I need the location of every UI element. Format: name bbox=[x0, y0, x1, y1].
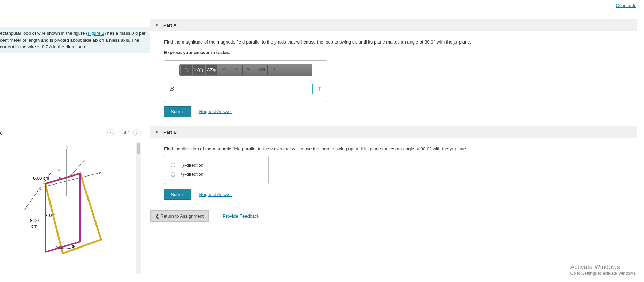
part-b-label: Part B bbox=[163, 130, 177, 135]
part-a-answer-input[interactable] bbox=[183, 84, 313, 94]
scrollbar-thumb[interactable] bbox=[137, 143, 140, 154]
part-a-submit-button[interactable]: Submit bbox=[164, 106, 191, 117]
figure-area: y x z a b 6.00 cm 8.00 cm 30.0° bbox=[0, 139, 141, 280]
watermark-line2: Go to Settings to activate Windows. bbox=[570, 271, 636, 276]
angle-30-label: 30.0° bbox=[45, 213, 55, 218]
radio-pos-y[interactable] bbox=[171, 172, 175, 177]
figure-1-link[interactable]: Figure 1 bbox=[87, 31, 104, 36]
option-neg-y-label: −y-direction bbox=[180, 163, 204, 168]
bottom-nav: ❮Return to Assignment Provide Feedback bbox=[150, 210, 637, 222]
part-b-header[interactable]: ▼ Part B bbox=[150, 126, 637, 138]
equation-toolbar: ▢ ᵡ√▢ ΑΣφ ↶ ↷ ↻ ⌨ ? bbox=[179, 64, 312, 76]
part-a-express: Express your answer in teslas. bbox=[164, 49, 623, 56]
vertex-b-label: b bbox=[39, 187, 42, 193]
greek-button[interactable]: ΑΣφ bbox=[206, 65, 217, 75]
svg-line-0 bbox=[42, 173, 98, 187]
windows-activation-watermark: Activate Windows Go to Settings to activ… bbox=[570, 264, 636, 276]
side-ab-label: ab bbox=[92, 38, 98, 43]
axis-y-label: y bbox=[66, 144, 68, 149]
axis-z-label: z bbox=[26, 204, 28, 209]
part-b-body: Find the direction of the magnetic field… bbox=[150, 138, 637, 201]
equation-lhs: B = bbox=[170, 85, 179, 92]
help-button[interactable]: ? bbox=[268, 65, 280, 75]
part-a-label: Part A bbox=[163, 23, 177, 28]
part-b-question: Find the direction of the magnetic field… bbox=[164, 144, 623, 153]
option-neg-y[interactable]: −y-direction bbox=[171, 161, 262, 170]
option-pos-y-label: +y-direction bbox=[180, 172, 204, 177]
figure-svg: y x z a b 6.00 cm 8.00 cm 30.0° bbox=[0, 139, 136, 271]
dim-8cm-label: 8.00 bbox=[30, 218, 39, 223]
collapse-icon: ▼ bbox=[155, 130, 159, 134]
part-b-submit-button[interactable]: Submit bbox=[164, 189, 191, 200]
figure-scrollbar[interactable] bbox=[136, 142, 141, 274]
figure-next-button[interactable]: > bbox=[133, 129, 141, 136]
part-b-request-answer-link[interactable]: Request Answer bbox=[199, 192, 232, 197]
vertex-a-label: a bbox=[58, 166, 61, 172]
template-button[interactable]: ▢ bbox=[181, 65, 192, 75]
redo-button[interactable]: ↷ bbox=[231, 65, 243, 75]
provide-feedback-link[interactable]: Provide Feedback bbox=[223, 213, 259, 219]
figure-pager: < 1 of 1 > bbox=[107, 129, 141, 136]
return-label: Return to Assignment bbox=[160, 213, 204, 219]
option-pos-y[interactable]: +y-direction bbox=[171, 170, 262, 179]
figure-page-text: 1 of 1 bbox=[118, 130, 130, 135]
constants-link[interactable]: Constants bbox=[616, 3, 636, 8]
left-panel: ectangular loop of wire shown in the fig… bbox=[0, 0, 150, 282]
return-to-assignment-button[interactable]: ❮Return to Assignment bbox=[150, 210, 209, 222]
part-a-header[interactable]: ▼ Part A bbox=[150, 19, 637, 31]
watermark-line1: Activate Windows bbox=[570, 264, 636, 271]
svg-marker-11 bbox=[72, 244, 75, 249]
dim-6cm-label: 6.00 cm bbox=[33, 175, 49, 181]
equation-row: B = T bbox=[168, 84, 323, 94]
problem-text-1: ectangular loop of wire shown in the fig… bbox=[0, 31, 87, 36]
radio-neg-y[interactable] bbox=[171, 163, 175, 167]
right-panel: Constants ▼ Part A Find the magnitude of… bbox=[150, 0, 644, 282]
figure-toolbar: e < 1 of 1 > bbox=[0, 129, 141, 139]
figure-prev-button[interactable]: < bbox=[107, 129, 115, 136]
part-a-unit: T bbox=[318, 86, 321, 92]
part-a-body: Find the magnitude of the magnetic field… bbox=[150, 31, 637, 118]
collapse-icon: ▼ bbox=[155, 23, 159, 27]
keyboard-button[interactable]: ⌨ bbox=[256, 65, 268, 75]
dim-8cm-unit: cm bbox=[31, 224, 37, 229]
part-a-submit-row: Submit Request Answer bbox=[164, 106, 623, 117]
chevron-left-icon: ❮ bbox=[155, 213, 159, 219]
axis-x-label: x bbox=[98, 170, 101, 175]
sqrt-button[interactable]: ᵡ√▢ bbox=[193, 65, 205, 75]
undo-button[interactable]: ↶ bbox=[218, 65, 230, 75]
reset-button[interactable]: ↻ bbox=[243, 65, 255, 75]
part-b-submit-row: Submit Request Answer bbox=[164, 189, 623, 200]
part-b-options: −y-direction +y-direction bbox=[164, 156, 269, 184]
part-a-request-answer-link[interactable]: Request Answer bbox=[199, 109, 232, 114]
part-a-answer-box: ▢ ᵡ√▢ ΑΣφ ↶ ↷ ↻ ⌨ ? B = T bbox=[164, 60, 327, 102]
figure-title: e bbox=[0, 130, 3, 136]
problem-statement: ectangular loop of wire shown in the fig… bbox=[0, 27, 150, 53]
part-a-question: Find the magnitude of the magnetic field… bbox=[164, 38, 623, 46]
